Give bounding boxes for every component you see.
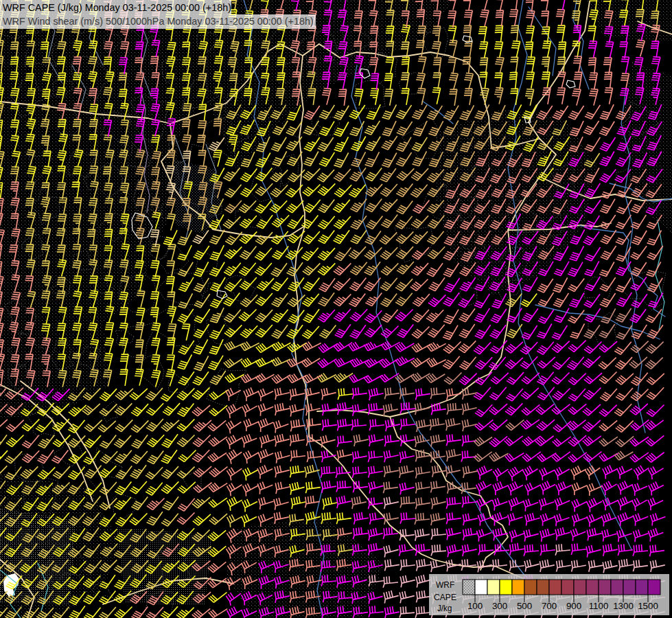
svg-text:WRF: WRF [436, 580, 454, 590]
svg-text:WRF Wind shear (m/s) 500/1000h: WRF Wind shear (m/s) 500/1000hPa Monday … [3, 16, 314, 27]
svg-text:500: 500 [517, 601, 532, 611]
svg-text:700: 700 [542, 601, 557, 611]
svg-text:CAPE: CAPE [434, 592, 456, 602]
svg-text:1500: 1500 [638, 601, 658, 611]
svg-text:1100: 1100 [589, 601, 609, 611]
svg-text:100: 100 [467, 601, 483, 611]
svg-text:WRF CAPE (J/kg) Monday 03-11-2: WRF CAPE (J/kg) Monday 03-11-2025 00:00 … [3, 2, 231, 13]
svg-text:900: 900 [566, 601, 581, 611]
svg-text:J/kg: J/kg [437, 603, 452, 613]
svg-text:300: 300 [492, 601, 507, 611]
svg-text:1300: 1300 [613, 601, 634, 611]
